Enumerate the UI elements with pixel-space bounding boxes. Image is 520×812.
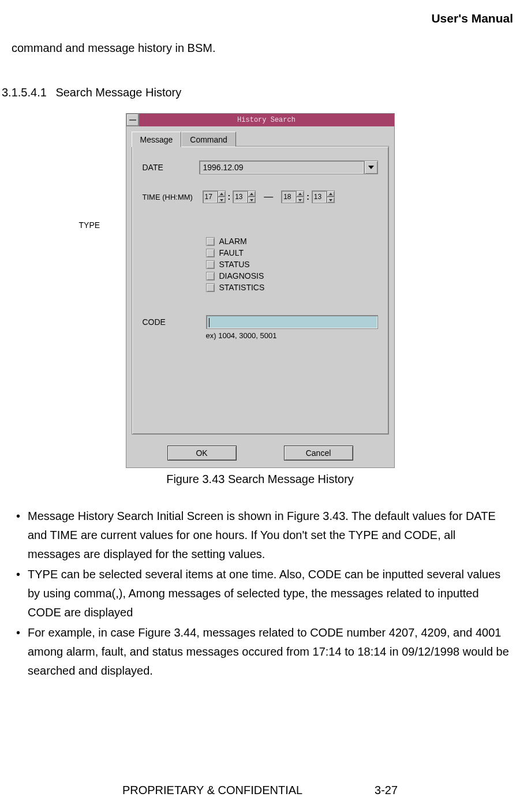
time-colon: : [228, 192, 231, 201]
time-from-hour[interactable]: 17 [203, 190, 226, 203]
figure-caption: Figure 3.43 Search Message History [10, 473, 510, 486]
type-option-label: STATUS [219, 260, 250, 269]
type-option-label: STATISTICS [219, 283, 265, 292]
type-option-label: DIAGNOSIS [219, 271, 264, 280]
tab-command[interactable]: Command [181, 132, 236, 147]
checkbox-status[interactable] [206, 260, 215, 269]
spinner-up[interactable] [218, 190, 226, 197]
arrow-down-icon [250, 199, 253, 201]
checkbox-fault[interactable] [206, 249, 215, 257]
time-to-hour[interactable]: 18 [281, 190, 304, 203]
arrow-down-icon [329, 199, 332, 201]
checkbox-diagnosis[interactable] [206, 272, 215, 280]
bullet-item: TYPE can be selected several items at on… [16, 565, 510, 622]
code-label: CODE [143, 317, 206, 327]
type-option-diagnosis: DIAGNOSIS [206, 271, 378, 280]
time-range-separator: — [264, 192, 273, 202]
tab-panel: DATE 1996.12.09 TIME (HH:MM) 17 : [132, 146, 389, 435]
date-label: DATE [143, 163, 199, 172]
spinner-down[interactable] [218, 197, 226, 203]
type-option-alarm: ALARM [206, 237, 378, 246]
arrow-down-icon [298, 199, 302, 201]
section-title: Search Message History [55, 86, 181, 99]
type-label: TYPE [79, 220, 378, 230]
type-option-statistics: STATISTICS [206, 283, 378, 292]
type-option-label: ALARM [219, 237, 247, 246]
code-hint: ex) 1004, 3000, 5001 [206, 331, 378, 340]
time-from-min-value[interactable]: 13 [233, 190, 248, 203]
arrow-up-icon [220, 193, 223, 195]
type-option-status: STATUS [206, 260, 378, 269]
type-option-fault: FAULT [206, 248, 378, 257]
spinner-down[interactable] [327, 197, 335, 203]
date-value[interactable]: 1996.12.09 [199, 160, 364, 174]
tab-message[interactable]: Message [132, 132, 182, 147]
date-combo[interactable]: 1996.12.09 [199, 160, 378, 174]
time-from-hour-value[interactable]: 17 [203, 190, 218, 203]
bullet-item: Message History Search Initial Screen is… [16, 507, 510, 564]
spinner-up[interactable] [327, 190, 335, 197]
document-header: User's Manual [10, 12, 513, 25]
time-label: TIME (HH:MM) [143, 193, 199, 201]
time-from-min[interactable]: 13 [233, 190, 256, 203]
spinner-down[interactable] [248, 197, 256, 203]
checkbox-alarm[interactable] [206, 237, 215, 246]
time-to-min[interactable]: 13 [312, 190, 335, 203]
time-colon: : [306, 192, 309, 201]
arrow-up-icon [250, 193, 253, 195]
arrow-down-icon [220, 199, 223, 201]
history-search-window: History Search MessageCommand DATE 1996.… [126, 113, 395, 468]
ok-button[interactable]: OK [167, 446, 237, 461]
page-number: 3-27 [375, 784, 398, 797]
section-heading: 3.1.5.4.1 Search Message History [2, 86, 510, 99]
text-cursor [209, 318, 210, 327]
time-to-hour-value[interactable]: 18 [281, 190, 296, 203]
system-menu-button[interactable] [126, 114, 139, 126]
cancel-button[interactable]: Cancel [284, 446, 353, 461]
code-input[interactable] [206, 315, 378, 329]
time-to-min-value[interactable]: 13 [312, 190, 327, 203]
spinner-up[interactable] [296, 190, 304, 197]
spinner-down[interactable] [296, 197, 304, 203]
page-footer: PROPRIETARY & CONFIDENTIAL 3-27 [0, 784, 520, 797]
arrow-up-icon [298, 193, 302, 195]
intro-text: command and message history in BSM. [12, 42, 510, 55]
bullet-item: For example, in case Figure 3.44, messag… [16, 623, 510, 680]
arrow-up-icon [329, 193, 332, 195]
type-option-label: FAULT [219, 248, 244, 257]
date-dropdown-button[interactable] [364, 160, 378, 174]
window-titlebar: History Search [126, 114, 394, 126]
chevron-down-icon [368, 166, 374, 169]
section-number: 3.1.5.4.1 [2, 86, 47, 99]
bullet-list: Message History Search Initial Screen is… [10, 507, 510, 680]
spinner-up[interactable] [248, 190, 256, 197]
footer-classification: PROPRIETARY & CONFIDENTIAL [122, 784, 302, 796]
checkbox-statistics[interactable] [206, 283, 215, 292]
window-title: History Search [139, 114, 394, 126]
